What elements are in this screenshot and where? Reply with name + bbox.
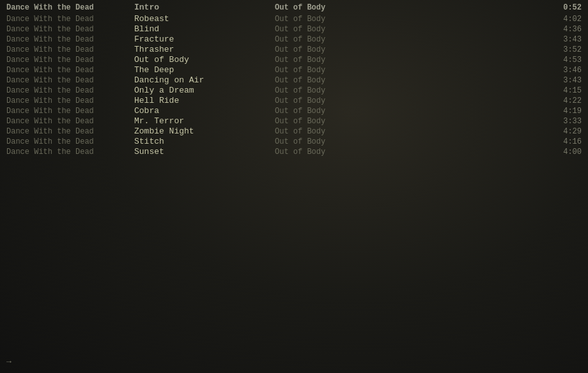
track-artist: Dance With the Dead xyxy=(6,147,134,157)
track-album: Out of Body xyxy=(275,14,543,24)
track-duration: 4:22 xyxy=(543,96,582,106)
track-album: Out of Body xyxy=(275,106,543,116)
track-album: Out of Body xyxy=(275,126,543,137)
track-album: Out of Body xyxy=(275,116,543,126)
track-row[interactable]: Dance With the DeadCobraOut of Body4:19 xyxy=(0,106,588,116)
track-row[interactable]: Dance With the DeadRobeastOut of Body4:0… xyxy=(0,14,588,24)
track-title: Sunset xyxy=(134,147,275,157)
track-duration: 3:43 xyxy=(543,75,582,86)
track-album: Out of Body xyxy=(275,75,543,86)
track-row[interactable]: Dance With the DeadStitchOut of Body4:16 xyxy=(0,137,588,147)
track-list-header: Dance With the Dead Intro Out of Body 0:… xyxy=(0,3,588,13)
track-row[interactable]: Dance With the DeadMr. TerrorOut of Body… xyxy=(0,116,588,126)
track-title: Stitch xyxy=(134,137,275,147)
track-duration: 4:16 xyxy=(543,137,582,147)
track-row[interactable]: Dance With the DeadOut of BodyOut of Bod… xyxy=(0,55,588,65)
header-artist: Dance With the Dead xyxy=(6,3,134,13)
track-row[interactable]: Dance With the DeadZombie NightOut of Bo… xyxy=(0,126,588,137)
track-row[interactable]: Dance With the DeadDancing on AirOut of … xyxy=(0,75,588,86)
track-artist: Dance With the Dead xyxy=(6,86,134,96)
track-artist: Dance With the Dead xyxy=(6,14,134,24)
track-title: Hell Ride xyxy=(134,96,275,106)
track-artist: Dance With the Dead xyxy=(6,137,134,147)
track-title: Zombie Night xyxy=(134,126,275,137)
track-album: Out of Body xyxy=(275,34,543,45)
track-row[interactable]: Dance With the DeadThrasherOut of Body3:… xyxy=(0,45,588,55)
track-title: Out of Body xyxy=(134,55,275,65)
track-title: Mr. Terror xyxy=(134,116,275,126)
track-artist: Dance With the Dead xyxy=(6,24,134,34)
track-row[interactable]: Dance With the DeadThe DeepOut of Body3:… xyxy=(0,65,588,75)
track-duration: 4:15 xyxy=(543,86,582,96)
track-artist: Dance With the Dead xyxy=(6,106,134,116)
track-title: Dancing on Air xyxy=(134,75,275,86)
track-album: Out of Body xyxy=(275,45,543,55)
track-artist: Dance With the Dead xyxy=(6,116,134,126)
track-album: Out of Body xyxy=(275,137,543,147)
track-row[interactable]: Dance With the DeadBlindOut of Body4:36 xyxy=(0,24,588,34)
track-title: Cobra xyxy=(134,106,275,116)
header-duration: 0:52 xyxy=(543,3,582,13)
track-duration: 3:52 xyxy=(543,45,582,55)
track-album: Out of Body xyxy=(275,96,543,106)
track-artist: Dance With the Dead xyxy=(6,45,134,55)
track-artist: Dance With the Dead xyxy=(6,34,134,45)
track-artist: Dance With the Dead xyxy=(6,75,134,86)
track-duration: 4:29 xyxy=(543,126,582,137)
arrow-indicator: → xyxy=(6,357,12,367)
track-duration: 4:02 xyxy=(543,14,582,24)
track-artist: Dance With the Dead xyxy=(6,65,134,75)
track-list: Dance With the Dead Intro Out of Body 0:… xyxy=(0,0,588,160)
track-title: Fracture xyxy=(134,34,275,45)
track-artist: Dance With the Dead xyxy=(6,96,134,106)
track-album: Out of Body xyxy=(275,65,543,75)
track-duration: 3:43 xyxy=(543,34,582,45)
track-title: Blind xyxy=(134,24,275,34)
track-artist: Dance With the Dead xyxy=(6,126,134,137)
track-title: The Deep xyxy=(134,65,275,75)
track-title: Thrasher xyxy=(134,45,275,55)
track-title: Robeast xyxy=(134,14,275,24)
track-album: Out of Body xyxy=(275,147,543,157)
track-album: Out of Body xyxy=(275,24,543,34)
track-row[interactable]: Dance With the DeadFractureOut of Body3:… xyxy=(0,34,588,45)
track-duration: 4:53 xyxy=(543,55,582,65)
header-title: Intro xyxy=(134,3,275,13)
track-artist: Dance With the Dead xyxy=(6,55,134,65)
header-album: Out of Body xyxy=(275,3,543,13)
track-duration: 4:00 xyxy=(543,147,582,157)
track-duration: 3:33 xyxy=(543,116,582,126)
track-album: Out of Body xyxy=(275,86,543,96)
track-duration: 3:46 xyxy=(543,65,582,75)
track-row[interactable]: Dance With the DeadHell RideOut of Body4… xyxy=(0,96,588,106)
track-row[interactable]: Dance With the DeadSunsetOut of Body4:00 xyxy=(0,147,588,157)
track-title: Only a Dream xyxy=(134,86,275,96)
track-album: Out of Body xyxy=(275,55,543,65)
track-duration: 4:36 xyxy=(543,24,582,34)
track-row[interactable]: Dance With the DeadOnly a DreamOut of Bo… xyxy=(0,86,588,96)
track-duration: 4:19 xyxy=(543,106,582,116)
